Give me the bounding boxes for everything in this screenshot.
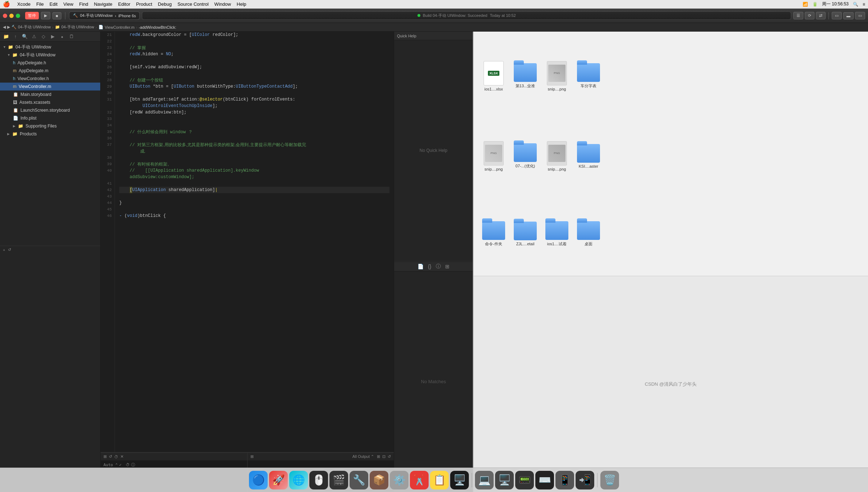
menu-edit[interactable]: Edit (50, 1, 57, 7)
dock-icon-11[interactable]: 💻 (475, 471, 494, 489)
menu-help[interactable]: Help (237, 1, 246, 7)
nav-log-icon[interactable]: 🗒 (68, 33, 75, 41)
tree-item-infoplist[interactable]: 📄 Info.plist (0, 114, 100, 122)
dock-icon-12[interactable]: 🖥️ (495, 471, 514, 489)
finder-item-folder-5[interactable]: 命令-件夹 (479, 198, 508, 270)
dock-notes[interactable]: 📋 (430, 471, 449, 489)
tree-item-viewcontroller-h[interactable]: h ViewController.h (0, 75, 100, 83)
finder-item-folder-4[interactable]: KSI....aster (574, 117, 603, 195)
breadcrumb-item-2[interactable]: 04-手动 UIWindow (61, 24, 94, 30)
finder-item-folder-1[interactable]: 第13...业准 (511, 37, 540, 115)
dock-xmind[interactable]: ✂️ (410, 471, 429, 489)
dock-icon-14[interactable]: ⌨️ (535, 471, 554, 489)
menu-window[interactable]: Window (214, 1, 231, 7)
recent-button[interactable]: ↺ (8, 247, 11, 252)
pause-button[interactable]: 暂停 (25, 12, 39, 19)
dock-tools[interactable]: 🔧 (350, 471, 368, 489)
dock-icon-15[interactable]: 📱 (555, 471, 574, 489)
menu-editor[interactable]: Editor (118, 1, 130, 7)
run-button[interactable]: ▶ (41, 12, 50, 19)
finder-item-desktop[interactable]: 桌面 (574, 198, 603, 270)
dock-icon-13[interactable]: 📟 (515, 471, 534, 489)
dock-trash[interactable]: 🗑️ (600, 471, 619, 489)
close-button[interactable] (3, 14, 7, 18)
nav-folder-icon[interactable]: 📁 (2, 33, 10, 41)
dock-terminal[interactable]: 🖥️ (450, 471, 469, 489)
finder-item-folder-7[interactable]: ios1....试着 (542, 198, 571, 270)
dock-movie[interactable]: 🎬 (329, 471, 348, 489)
finder-item-folder-2[interactable]: 车分字表 (574, 37, 603, 115)
dock-settings[interactable]: ⚙️ (390, 471, 408, 489)
menu-xcode[interactable]: Xcode (17, 1, 31, 7)
tree-item-supporting[interactable]: ▶ 📁 Supporting Files (0, 122, 100, 130)
menu-file[interactable]: File (36, 1, 44, 7)
menubar-right: 📶 🔋 周一 10:56:53 🔍 ≡ (803, 1, 865, 7)
scheme-selector[interactable]: 🔨 04-手动 UIWindow › iPhone 6s (69, 11, 140, 20)
nav-warning-icon[interactable]: ⚠ (30, 33, 38, 41)
breadcrumb-item-4[interactable]: -addWindowBtnClick: (139, 25, 176, 29)
tree-item-appdelegate-h[interactable]: h AppDelegate.h (0, 59, 100, 67)
code-line-24: redW.hidden = NO; (119, 51, 389, 57)
finder-item-png-2[interactable]: PNG snip....png (479, 117, 508, 195)
tree-item-products[interactable]: ▶ 📁 Products (0, 130, 100, 138)
breadcrumb-arrow-left[interactable]: ◀ (3, 25, 6, 29)
tree-item-appdelegate-m[interactable]: m AppDelegate.m (0, 67, 100, 75)
stop-button[interactable]: ■ (52, 12, 61, 19)
panel-left-btn[interactable]: ▭ (832, 12, 842, 19)
menu-navigate[interactable]: Navigate (94, 1, 112, 7)
tree-item-group[interactable]: ▼ 📁 04-手动 UIWindow (0, 51, 100, 59)
nav-vcs-icon[interactable]: ↑ (11, 33, 19, 41)
folder-icon-desktop (577, 221, 600, 240)
menu-source-control[interactable]: Source Control (177, 1, 209, 7)
tree-item-assets[interactable]: 🖼 Assets.xcassets (0, 98, 100, 106)
dock-finder[interactable]: 🔵 (249, 471, 268, 489)
panel-right-btn[interactable]: ▭ (855, 12, 865, 19)
tree-item-viewcontroller-m[interactable]: m ViewController.m (0, 83, 100, 90)
finder-item-png-1[interactable]: PNG snip....png (542, 37, 571, 115)
nav-breakpoint-icon[interactable]: ⬥ (58, 33, 66, 41)
menu-debug[interactable]: Debug (158, 1, 172, 7)
nav-search-icon[interactable]: 🔍 (21, 33, 29, 41)
layout-btn-1[interactable]: ☰ (793, 12, 803, 19)
auto-selector[interactable]: Auto ⌃ ✓ ⏱ ⓘ (103, 462, 244, 468)
panel-bottom-btn[interactable]: ▬ (843, 12, 854, 19)
nav-debug-icon[interactable]: ▶ (49, 33, 57, 41)
layout-btn-3[interactable]: ⇄ (816, 12, 826, 19)
finder-item-xlsx[interactable]: XLSX ios1....xlsx (479, 37, 508, 115)
breadcrumb-item-3[interactable]: ViewController.m (105, 25, 135, 29)
finder-item-folder-6[interactable]: ZJL....etail (511, 198, 540, 270)
dock-safari[interactable]: 🌐 (289, 471, 308, 489)
menu-view[interactable]: View (63, 1, 73, 7)
menu-find[interactable]: Find (79, 1, 88, 7)
minimize-button[interactable] (9, 14, 14, 18)
dock-icon-16[interactable]: 📲 (576, 471, 594, 489)
code-content[interactable]: redW.backgroundColor = [UIColor redColor… (115, 32, 394, 452)
qh-braces-icon[interactable]: {} (428, 264, 431, 269)
output-selector[interactable]: All Output ⌃ (352, 454, 374, 459)
qh-info-icon[interactable]: ⓘ (436, 263, 441, 270)
code-line-38 (119, 154, 389, 161)
tree-item-launch-storyboard[interactable]: 📋 LaunchScreen.storyboard (0, 106, 100, 114)
breadcrumb-arrow-right[interactable]: ▶ (7, 25, 10, 29)
dock-package[interactable]: 📦 (370, 471, 388, 489)
tree-item-main-storyboard[interactable]: 📋 Main.storyboard (0, 90, 100, 98)
ln-24: 24 (103, 51, 112, 57)
search-icon[interactable]: 🔍 (853, 2, 858, 7)
control-center-icon[interactable]: ≡ (863, 2, 865, 7)
apple-menu[interactable]: 🍎 (3, 1, 10, 8)
dock-launchpad[interactable]: 🚀 (269, 471, 288, 489)
layout-btn-2[interactable]: ⟳ (805, 12, 814, 19)
tree-item-root[interactable]: ▼ 📁 04-手动 UIWindow (0, 43, 100, 51)
finder-item-folder-3[interactable]: 07-...(优化) (511, 117, 540, 195)
qh-grid-icon[interactable]: ⊞ (445, 264, 449, 269)
dock-mouse[interactable]: 🖱️ (309, 471, 328, 489)
nav-test-icon[interactable]: ◇ (40, 33, 47, 41)
code-line-35: // 什么时候会用到 window ？ (119, 129, 389, 135)
header-icon-2: h (13, 76, 15, 81)
menu-product[interactable]: Product (136, 1, 152, 7)
maximize-button[interactable] (16, 14, 20, 18)
breadcrumb-item-1[interactable]: 04-手动 UIWindow (18, 24, 51, 30)
add-file-button[interactable]: + (3, 248, 5, 252)
qh-file-icon[interactable]: 📄 (417, 264, 424, 269)
finder-item-png-3[interactable]: PNG snip....png (542, 117, 571, 195)
